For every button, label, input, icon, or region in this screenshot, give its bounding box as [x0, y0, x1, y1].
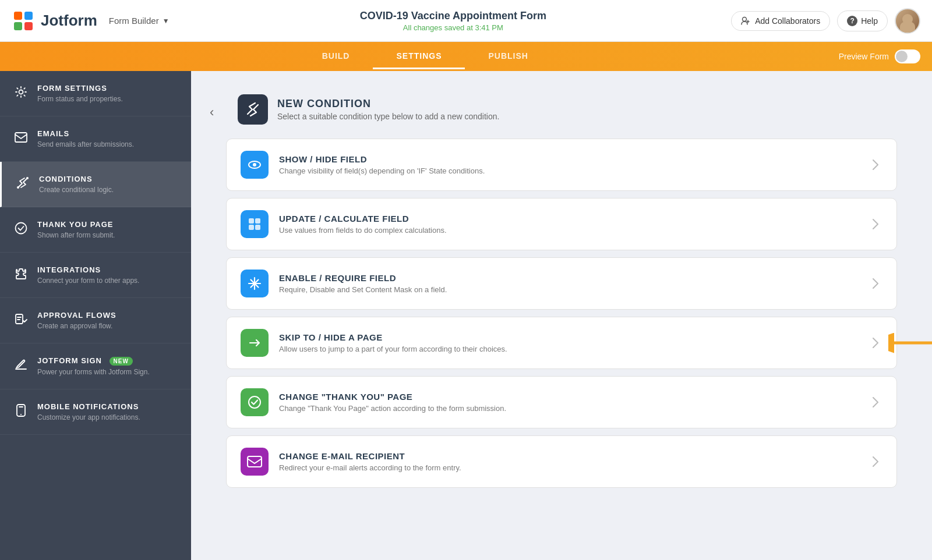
card-email-desc: Redirect your e-mail alerts according to… [279, 463, 858, 472]
logo-area: Jotform Form Builder ▼ [12, 9, 175, 33]
svg-point-8 [17, 186, 19, 189]
sidebar-conditions-desc: Create conditional logic. [39, 186, 114, 194]
preview-form-label: Preview Form [839, 52, 889, 61]
card-change-thankyou[interactable]: CHANGE "THANK YOU" PAGE Change "Thank Yo… [226, 376, 897, 428]
update-calculate-icon [241, 210, 269, 238]
card-show-hide-text: SHOW / HIDE FIELD Change visibility of f… [279, 154, 858, 175]
sidebar-item-emails[interactable]: EMAILS Send emails after submissions. [0, 116, 191, 162]
card-skip-text: SKIP TO / HIDE A PAGE Allow users to jum… [279, 332, 858, 353]
form-builder-label: Form Builder [109, 16, 159, 26]
main-layout: FORM SETTINGS Form status and properties… [0, 71, 932, 560]
logo-text: Jotform [41, 12, 97, 30]
sidebar-mobile-text: MOBILE NOTIFICATIONS Customize your app … [37, 402, 140, 421]
chevron-right-icon [869, 158, 882, 172]
sidebar-item-integrations[interactable]: INTEGRATIONS Connect your form to other … [0, 253, 191, 298]
svg-rect-18 [249, 225, 254, 230]
sidebar-integrations-title: INTEGRATIONS [37, 265, 139, 274]
sidebar-item-thank-you[interactable]: THANK YOU PAGE Shown after form submit. [0, 207, 191, 253]
svg-rect-4 [24, 22, 33, 30]
sidebar-item-form-settings[interactable]: FORM SETTINGS Form status and properties… [0, 71, 191, 116]
puzzle-icon [14, 267, 28, 281]
card-enable-title: ENABLE / REQUIRE FIELD [279, 273, 858, 283]
svg-point-10 [16, 223, 27, 234]
sidebar-approval-title: APPROVAL FLOWS [37, 311, 116, 320]
sidebar-jotform-sign-title: JOTFORM SIGN NEW [37, 356, 150, 366]
gear-icon [14, 85, 28, 99]
sidebar-conditions-title: CONDITIONS [39, 175, 114, 183]
add-collaborators-button[interactable]: Add Collaborators [731, 11, 830, 31]
card-change-email[interactable]: CHANGE E-MAIL RECIPIENT Redirect your e-… [226, 435, 897, 488]
card-skip-title: SKIP TO / HIDE A PAGE [279, 332, 858, 342]
card-update-text: UPDATE / CALCULATE FIELD Use values from… [279, 214, 858, 235]
sidebar-item-approval-flows[interactable]: APPROVAL FLOWS Create an approval flow. [0, 298, 191, 343]
enable-require-icon [241, 270, 269, 297]
card-enable-require[interactable]: ENABLE / REQUIRE FIELD Require, Disable … [226, 257, 897, 310]
email-icon [14, 130, 28, 144]
change-thankyou-icon [241, 388, 269, 416]
sidebar-emails-text: EMAILS Send emails after submissions. [37, 129, 134, 148]
save-status: All changes saved at 3:41 PM [175, 23, 732, 32]
approval-icon [14, 312, 28, 326]
sidebar-integrations-desc: Connect your form to other apps. [37, 277, 139, 285]
help-button[interactable]: ? Help [837, 10, 888, 31]
sidebar-mobile-desc: Customize your app notifications. [37, 413, 140, 421]
card-update-calculate[interactable]: UPDATE / CALCULATE FIELD Use values from… [226, 198, 897, 250]
card-update-desc: Use values from fields to do complex cal… [279, 226, 858, 235]
back-button[interactable]: ‹ [205, 100, 218, 125]
preview-form-area: Preview Form [839, 49, 920, 63]
chevron-down-icon: ▼ [163, 17, 170, 25]
user-plus-icon [741, 16, 750, 26]
card-thankyou-text: CHANGE "THANK YOU" PAGE Change "Thank Yo… [279, 392, 858, 413]
nav-bar: BUILD SETTINGS PUBLISH Preview Form [0, 42, 932, 71]
new-badge: NEW [110, 357, 133, 366]
svg-rect-7 [15, 133, 27, 142]
tab-publish[interactable]: PUBLISH [465, 44, 551, 69]
card-email-title: CHANGE E-MAIL RECIPIENT [279, 451, 858, 461]
header-center: COVID-19 Vaccine Appointment Form All ch… [175, 10, 732, 32]
header: Jotform Form Builder ▼ COVID-19 Vaccine … [0, 0, 932, 42]
tab-settings[interactable]: SETTINGS [373, 44, 465, 69]
sidebar-mobile-title: MOBILE NOTIFICATIONS [37, 402, 140, 411]
card-show-hide[interactable]: SHOW / HIDE FIELD Change visibility of f… [226, 139, 897, 191]
new-condition-icon [238, 94, 268, 125]
card-thankyou-title: CHANGE "THANK YOU" PAGE [279, 392, 858, 402]
svg-point-5 [743, 17, 747, 21]
tab-build[interactable]: BUILD [299, 44, 373, 69]
sign-icon [14, 357, 28, 371]
sidebar-jotform-sign-text: JOTFORM SIGN NEW Power your forms with J… [37, 356, 150, 376]
show-hide-icon [241, 151, 269, 179]
sidebar-item-jotform-sign[interactable]: JOTFORM SIGN NEW Power your forms with J… [0, 343, 191, 389]
card-update-title: UPDATE / CALCULATE FIELD [279, 214, 858, 224]
sidebar-approval-text: APPROVAL FLOWS Create an approval flow. [37, 311, 116, 330]
orange-arrow-pointer [888, 322, 932, 363]
help-label: Help [861, 16, 878, 26]
content-area: ‹ NEW CONDITION Select a suitable condit… [191, 71, 932, 560]
user-avatar[interactable] [895, 8, 920, 34]
svg-point-22 [249, 396, 260, 408]
card-show-hide-title: SHOW / HIDE FIELD [279, 154, 858, 164]
form-builder-button[interactable]: Form Builder ▼ [103, 12, 175, 29]
sidebar-item-mobile-notifications[interactable]: MOBILE NOTIFICATIONS Customize your app … [0, 389, 191, 435]
new-condition-desc: Select a suitable condition type below t… [277, 112, 499, 121]
card-enable-text: ENABLE / REQUIRE FIELD Require, Disable … [279, 273, 858, 294]
sidebar-approval-desc: Create an approval flow. [37, 322, 116, 330]
sidebar-item-conditions[interactable]: CONDITIONS Create conditional logic. [0, 162, 191, 207]
svg-point-6 [19, 90, 23, 94]
sidebar-jotform-sign-desc: Power your forms with Jotform Sign. [37, 368, 150, 376]
svg-rect-3 [14, 22, 22, 30]
card-skip-desc: Allow users to jump to a part of your fo… [279, 345, 858, 353]
sidebar-thank-you-title: THANK YOU PAGE [37, 220, 115, 229]
card-skip-page[interactable]: SKIP TO / HIDE A PAGE Allow users to jum… [226, 317, 897, 369]
preview-form-toggle[interactable] [895, 49, 920, 63]
help-icon: ? [847, 16, 857, 26]
sidebar-form-settings-desc: Form status and properties. [37, 95, 123, 103]
change-email-icon [241, 448, 269, 476]
chevron-right-icon-2 [869, 217, 882, 231]
chevron-right-icon-3 [869, 277, 882, 290]
svg-rect-16 [249, 218, 254, 224]
jotform-logo-icon [12, 9, 35, 33]
sidebar-form-settings-title: FORM SETTINGS [37, 84, 123, 93]
check-circle-icon [14, 221, 28, 235]
svg-rect-2 [24, 12, 33, 20]
sidebar-form-settings-text: FORM SETTINGS Form status and properties… [37, 84, 123, 103]
